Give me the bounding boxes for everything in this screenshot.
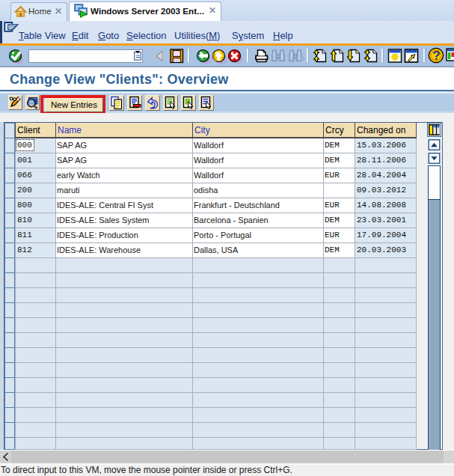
svg-text:?: ? bbox=[432, 49, 440, 63]
